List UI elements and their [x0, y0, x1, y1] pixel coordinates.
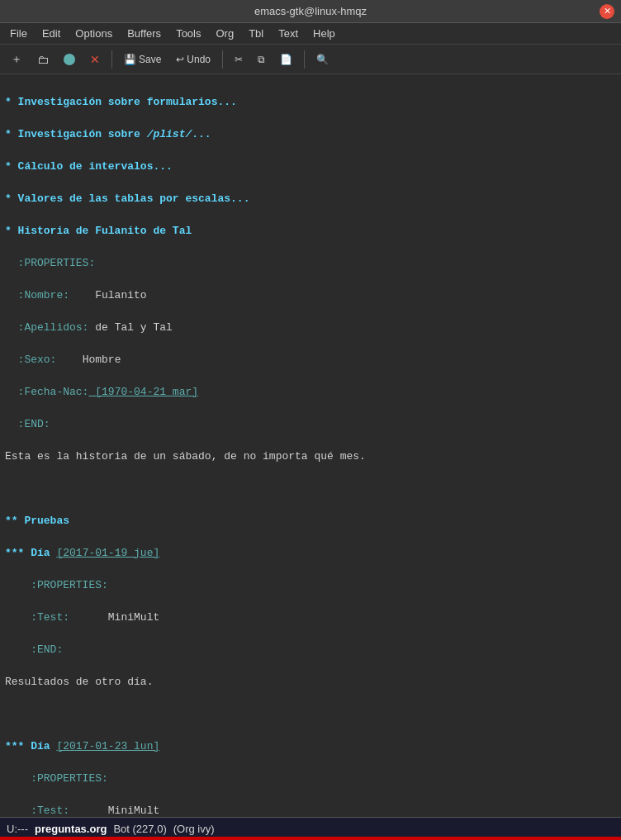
- line-4: * Valores de las tablas por escalas...: [5, 191, 616, 207]
- line-15: *** Día [2017-01-19 jue]: [5, 545, 616, 562]
- menu-org[interactable]: Org: [209, 26, 240, 41]
- line-7: :Nombre: Fulanito: [5, 287, 616, 304]
- line-3: * Cálculo de intervalos...: [5, 159, 616, 175]
- line-10: :Fecha-Nac: [1970-04-21 mar]: [5, 384, 616, 401]
- paste-icon: 📄: [280, 54, 292, 65]
- record-button[interactable]: [58, 51, 81, 68]
- line-23: :Test: MiniMult: [5, 803, 616, 818]
- copy-button[interactable]: ⧉: [252, 51, 271, 68]
- paste-button[interactable]: 📄: [274, 51, 298, 68]
- line-18: :END:: [5, 642, 616, 658]
- title-bar-text: emacs-gtk@linux-hmqz: [254, 5, 367, 17]
- undo-button[interactable]: ↩ Undo: [170, 51, 216, 68]
- open-icon: 🗀: [37, 53, 49, 66]
- line-20: [5, 706, 616, 723]
- line-2: * Investigación sobre /plist/...: [5, 126, 616, 143]
- line-22: :PROPERTIES:: [5, 771, 616, 787]
- menu-buffers[interactable]: Buffers: [121, 26, 168, 41]
- cut-button[interactable]: ✂: [229, 51, 249, 68]
- line-12: Esta es la historia de un sábado, de no …: [5, 448, 616, 465]
- line-1: * Investigación sobre formularios...: [5, 94, 616, 111]
- status-mode: U:---: [7, 823, 28, 835]
- open-button[interactable]: 🗀: [31, 50, 55, 69]
- search-button[interactable]: 🔍: [310, 51, 334, 68]
- close-button[interactable]: ✕: [600, 4, 614, 19]
- search-icon: 🔍: [316, 54, 329, 65]
- toolbar-separator-3: [304, 50, 305, 69]
- bottom-red-bar: [0, 837, 621, 840]
- copy-icon: ⧉: [258, 54, 265, 65]
- line-17: :Test: MiniMult: [5, 610, 616, 626]
- line-11: :END:: [5, 416, 616, 433]
- line-19: Resultados de otro día.: [5, 674, 616, 691]
- status-position: Bot (227,0): [113, 823, 166, 835]
- toolbar: ＋ 🗀 ✕ 💾 Save ↩ Undo ✂ ⧉ 📄 🔍: [0, 45, 621, 74]
- line-14: ** Pruebas: [5, 513, 616, 529]
- line-13: [5, 481, 616, 497]
- line-8: :Apellidos: de Tal y Tal: [5, 320, 616, 336]
- cut-icon: ✂: [235, 54, 243, 65]
- line-9: :Sexo: Hombre: [5, 352, 616, 368]
- close-file-button[interactable]: ✕: [84, 50, 106, 69]
- new-file-button[interactable]: ＋: [5, 50, 28, 69]
- save-button[interactable]: 💾 Save: [118, 51, 167, 68]
- toolbar-separator-2: [222, 50, 223, 69]
- new-file-icon: ＋: [11, 52, 22, 67]
- menu-bar: File Edit Options Buffers Tools Org Tbl …: [0, 23, 621, 45]
- close-file-icon: ✕: [90, 53, 100, 66]
- record-icon: [64, 54, 75, 65]
- title-bar: emacs-gtk@linux-hmqz ✕: [0, 0, 621, 23]
- menu-tbl[interactable]: Tbl: [242, 26, 270, 41]
- editor-area[interactable]: * Investigación sobre formularios... * I…: [0, 74, 621, 817]
- line-16: :PROPERTIES:: [5, 577, 616, 594]
- menu-help[interactable]: Help: [306, 26, 342, 41]
- undo-icon: ↩: [176, 54, 184, 65]
- line-5: * Historia de Fulanito de Tal: [5, 223, 616, 240]
- menu-text[interactable]: Text: [272, 26, 305, 41]
- menu-file[interactable]: File: [3, 26, 34, 41]
- save-icon: 💾: [124, 54, 136, 65]
- line-21: *** Día [2017-01-23 lun]: [5, 738, 616, 755]
- status-org-mode: (Org ivy): [173, 823, 215, 835]
- menu-options[interactable]: Options: [69, 26, 119, 41]
- status-filename: preguntas.org: [35, 823, 107, 835]
- menu-edit[interactable]: Edit: [36, 26, 67, 41]
- line-6: :PROPERTIES:: [5, 255, 616, 272]
- menu-tools[interactable]: Tools: [169, 26, 207, 41]
- toolbar-separator-1: [111, 50, 112, 69]
